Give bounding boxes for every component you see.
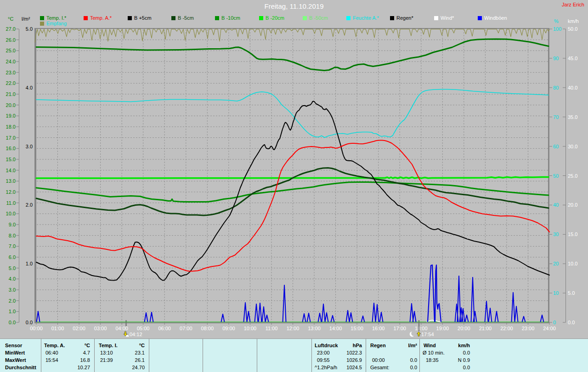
svg-text:24:00: 24:00 — [543, 326, 556, 331]
svg-text:10.0: 10.0 — [6, 211, 16, 216]
svg-text:80: 80 — [553, 85, 559, 90]
svg-text:100: 100 — [553, 26, 561, 32]
svg-text:20:00: 20:00 — [458, 326, 470, 331]
svg-text:11:00: 11:00 — [266, 326, 278, 331]
svg-text:23.0: 23.0 — [6, 70, 16, 75]
svg-text:09:00: 09:00 — [222, 326, 235, 331]
svg-text:00:00: 00:00 — [30, 326, 43, 331]
svg-text:13:00: 13:00 — [308, 326, 321, 331]
svg-text:19:00: 19:00 — [436, 326, 449, 331]
svg-text:18.0: 18.0 — [6, 124, 16, 130]
svg-text:16:00: 16:00 — [372, 326, 385, 331]
svg-text:40.0: 40.0 — [568, 85, 577, 90]
svg-text:3.0: 3.0 — [9, 287, 16, 293]
svg-text:15.0: 15.0 — [568, 231, 577, 237]
svg-text:70: 70 — [553, 114, 559, 120]
svg-text:17:54: 17:54 — [421, 332, 434, 337]
svg-text:0.0: 0.0 — [9, 320, 16, 325]
svg-text:22:00: 22:00 — [500, 326, 513, 331]
svg-text:30: 30 — [553, 231, 559, 237]
svg-text:18:00: 18:00 — [415, 326, 428, 331]
svg-text:35.0: 35.0 — [568, 114, 577, 120]
svg-text:01:00: 01:00 — [51, 326, 64, 331]
svg-text:50: 50 — [553, 173, 559, 179]
svg-text:14:00: 14:00 — [329, 326, 342, 331]
svg-text:04:00: 04:00 — [115, 326, 128, 331]
svg-text:0.0: 0.0 — [26, 320, 33, 325]
svg-text:02:00: 02:00 — [73, 326, 85, 331]
svg-text:60: 60 — [553, 144, 559, 149]
svg-text:22.0: 22.0 — [6, 80, 16, 86]
svg-text:45.0: 45.0 — [568, 56, 577, 61]
svg-text:26.0: 26.0 — [6, 37, 16, 43]
svg-text:4.0: 4.0 — [9, 276, 16, 282]
svg-text:10.0: 10.0 — [568, 261, 577, 266]
svg-text:7.0: 7.0 — [9, 243, 16, 249]
svg-text:2.0: 2.0 — [9, 298, 16, 304]
svg-text:10: 10 — [553, 290, 559, 296]
svg-text:40: 40 — [553, 202, 559, 208]
svg-text:21:00: 21:00 — [479, 326, 492, 331]
svg-text:21.0: 21.0 — [6, 91, 16, 97]
svg-text:20: 20 — [553, 261, 559, 266]
svg-text:25.0: 25.0 — [6, 48, 16, 53]
svg-text:2.0: 2.0 — [26, 202, 33, 208]
svg-text:13.0: 13.0 — [6, 178, 16, 184]
svg-text:14.0: 14.0 — [6, 168, 16, 173]
svg-text:5.0: 5.0 — [9, 265, 16, 271]
svg-text:0.0: 0.0 — [568, 320, 575, 325]
svg-text:08:00: 08:00 — [201, 326, 214, 331]
svg-text:20.0: 20.0 — [568, 202, 577, 208]
svg-text:16.0: 16.0 — [6, 146, 16, 151]
svg-text:10:00: 10:00 — [244, 326, 257, 331]
svg-text:0: 0 — [553, 320, 556, 325]
svg-text:27.0: 27.0 — [6, 26, 16, 32]
svg-text:5.0: 5.0 — [26, 26, 33, 32]
svg-text:24.0: 24.0 — [6, 59, 16, 64]
svg-text:06:00: 06:00 — [158, 326, 171, 331]
svg-text:90: 90 — [553, 56, 559, 61]
svg-text:05:00: 05:00 — [137, 326, 150, 331]
svg-text:50.0: 50.0 — [568, 26, 577, 32]
svg-text:03:00: 03:00 — [94, 326, 107, 331]
svg-text:5.0: 5.0 — [568, 290, 575, 296]
svg-text:1.0: 1.0 — [26, 261, 33, 266]
svg-text:17.0: 17.0 — [6, 135, 16, 141]
svg-text:04:12: 04:12 — [130, 332, 142, 337]
svg-text:30.0: 30.0 — [568, 144, 577, 149]
svg-text:23:00: 23:00 — [522, 326, 535, 331]
svg-text:15.0: 15.0 — [6, 157, 16, 162]
svg-text:11.0: 11.0 — [6, 200, 16, 206]
svg-text:3.0: 3.0 — [26, 144, 33, 149]
svg-text:12:00: 12:00 — [287, 326, 300, 331]
svg-text:9.0: 9.0 — [9, 222, 16, 227]
svg-text:17:00: 17:00 — [393, 326, 406, 331]
svg-text:19.0: 19.0 — [6, 113, 16, 118]
svg-text:20.0: 20.0 — [6, 102, 16, 108]
svg-text:15:00: 15:00 — [351, 326, 363, 331]
svg-text:6.0: 6.0 — [9, 254, 16, 260]
svg-text:07:00: 07:00 — [180, 326, 192, 331]
svg-text:1.0: 1.0 — [9, 309, 16, 314]
svg-text:4.0: 4.0 — [26, 85, 33, 90]
svg-text:8.0: 8.0 — [9, 233, 16, 238]
svg-text:12.0: 12.0 — [6, 189, 16, 195]
svg-text:25.0: 25.0 — [568, 173, 577, 179]
